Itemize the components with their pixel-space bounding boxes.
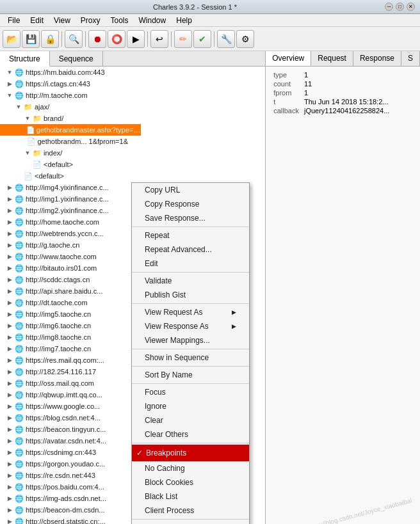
expand-icon: ▶ (5, 380, 14, 386)
toolbar-undo[interactable]: ↩ (150, 30, 168, 48)
ctx-clear[interactable]: Clear (132, 413, 249, 427)
menu-proxy[interactable]: Proxy (76, 15, 106, 26)
right-content: type 1 count 11 fprom 1 t Thu Jun 14 201… (266, 67, 420, 119)
watermark: https://blog.csdn.net/Joyce_xiaobaibal (306, 496, 412, 524)
ctx-view-response-as[interactable]: View Response As ▶ (132, 319, 249, 333)
file-icon: 📄 (27, 138, 36, 146)
expand-icon: ▶ (5, 507, 14, 513)
menu-window[interactable]: Window (134, 15, 172, 26)
right-panel: Overview Request Response S type 1 count… (266, 51, 420, 524)
ctx-clear-others[interactable]: Clear Others (132, 427, 249, 441)
expand-icon: ▼ (23, 115, 32, 122)
ctx-validate[interactable]: Validate (132, 274, 249, 288)
toolbar-stop[interactable]: ⭕ (108, 30, 125, 48)
ctx-client-process[interactable]: Client Process (132, 504, 249, 518)
overview-row: type 1 (271, 70, 392, 79)
tree-item[interactable]: ▼ 📁 index/ (0, 147, 265, 159)
ctx-sep (132, 443, 249, 443)
expand-icon: ▼ (14, 104, 23, 110)
tree-item[interactable]: 📄 gethotbrandm... 1&fprom=1& (0, 136, 128, 147)
toolbar-record[interactable]: ⏺ (88, 30, 106, 48)
globe-icon: 🌐 (14, 68, 24, 77)
toolbar-search[interactable]: 🔍 (65, 30, 83, 48)
overview-value: jQuery112404162258824... (302, 106, 392, 115)
toolbar-play[interactable]: ▶ (127, 30, 145, 48)
maximize-button[interactable]: □ (396, 3, 404, 11)
ctx-repeat[interactable]: Repeat (132, 228, 249, 242)
tree-item[interactable]: ▼ 📁 ajax/ (0, 101, 265, 113)
expand-icon: ▶ (5, 311, 14, 317)
tree-item[interactable]: ▶ 🌐 https://i.ctags.cn:443 (0, 78, 265, 90)
folder-icon: 📁 (32, 149, 42, 157)
tree-item[interactable]: ▼ 🌐 https://hm.baidu.com:443 (0, 67, 265, 78)
ctx-view-request-as[interactable]: View Request As ▶ (132, 305, 249, 319)
ctx-map-remote[interactable]: Map Remote... (132, 521, 249, 524)
ctx-save-response[interactable]: Save Response... (132, 211, 249, 225)
tree-item[interactable]: ▼ 📁 brand/ (0, 113, 265, 124)
overview-key: fprom (271, 88, 302, 97)
toolbar-lock[interactable]: 🔒 (41, 30, 59, 48)
toolbar-check[interactable]: ✔ (193, 30, 211, 48)
menu-tools[interactable]: Tools (106, 15, 134, 26)
ctx-copy-url[interactable]: Copy URL (132, 183, 249, 197)
close-button[interactable]: ✕ (407, 3, 415, 11)
ctx-no-caching[interactable]: No Caching (132, 461, 249, 475)
globe-icon: 🌐 (14, 506, 24, 514)
tree-item[interactable]: 📄 <default> (0, 170, 265, 182)
tab-sequence[interactable]: Sequence (50, 51, 103, 66)
ctx-ignore[interactable]: Ignore (132, 399, 249, 413)
toolbar: 📂 💾 🔒 🔍 ⏺ ⭕ ▶ ↩ ✏ ✔ 🔧 ⚙ (0, 27, 420, 51)
menu-edit[interactable]: Edit (25, 15, 49, 26)
globe-icon: 🌐 (14, 241, 24, 250)
tree-item[interactable]: 📄 <default> (0, 159, 265, 170)
ctx-block-cookies[interactable]: Block Cookies (132, 475, 249, 489)
tree-item-selected[interactable]: 📄 gethotbrandmaster.ashx?type=1&count=11… (0, 124, 141, 136)
expand-icon: ▶ (5, 242, 14, 248)
ctx-publish-gist[interactable]: Publish Gist (132, 288, 249, 302)
globe-icon: 🌐 (14, 207, 24, 215)
ctx-focus[interactable]: Focus (132, 385, 249, 399)
toolbar-advanced[interactable]: ⚙ (236, 30, 254, 48)
globe-icon: 🌐 (14, 483, 24, 491)
tab-structure[interactable]: Structure (0, 51, 50, 67)
tab-response[interactable]: Response (353, 51, 401, 66)
toolbar-edit[interactable]: ✏ (174, 30, 192, 48)
menu-file[interactable]: File (3, 15, 25, 26)
ctx-copy-response[interactable]: Copy Response (132, 197, 249, 211)
menu-help[interactable]: Help (171, 15, 197, 26)
ctx-sep (132, 383, 249, 384)
ctx-black-list[interactable]: Black List (132, 489, 249, 504)
toolbar-sep4 (171, 31, 172, 47)
tab-s[interactable]: S (401, 51, 420, 66)
folder-icon: 📁 (32, 115, 42, 123)
ctx-sort-by-name[interactable]: Sort By Name (132, 368, 249, 382)
ctx-sep (132, 303, 249, 304)
expand-icon: ▶ (5, 461, 14, 467)
ctx-show-in-sequence[interactable]: Show in Sequence (132, 351, 249, 365)
ctx-viewer-mappings[interactable]: Viewer Mappings... (132, 333, 249, 347)
toolbar-sep1 (61, 31, 62, 47)
ctx-breakpoints[interactable]: ✓ Breakpoints (132, 445, 249, 461)
expand-icon: ▶ (5, 369, 14, 375)
expand-icon: ▼ (23, 150, 32, 156)
minimize-button[interactable]: ─ (385, 3, 393, 11)
expand-icon: ▶ (5, 472, 14, 479)
ctx-repeat-advanced[interactable]: Repeat Advanced... (132, 242, 249, 257)
expand-icon: ▶ (5, 288, 14, 294)
overview-key: t (271, 97, 302, 106)
left-tab-bar: Structure Sequence (0, 51, 265, 67)
toolbar-new[interactable]: 📂 (3, 30, 20, 48)
tab-overview[interactable]: Overview (266, 51, 311, 66)
tree-item[interactable]: ▼ 🌐 http://m.taoche.com (0, 90, 265, 101)
overview-value: Thu Jun 14 2018 15:18:2... (302, 97, 392, 106)
overview-value: 1 (302, 88, 392, 97)
tab-request[interactable]: Request (311, 51, 353, 66)
overview-table: type 1 count 11 fprom 1 t Thu Jun 14 201… (271, 70, 392, 115)
menu-view[interactable]: View (49, 15, 76, 26)
ctx-edit[interactable]: Edit (132, 257, 249, 271)
globe-icon: 🌐 (14, 345, 24, 353)
toolbar-save[interactable]: 💾 (22, 30, 40, 48)
expand-icon: ▶ (5, 345, 14, 352)
expand-icon: ▶ (5, 392, 14, 398)
toolbar-settings[interactable]: 🔧 (217, 30, 235, 48)
